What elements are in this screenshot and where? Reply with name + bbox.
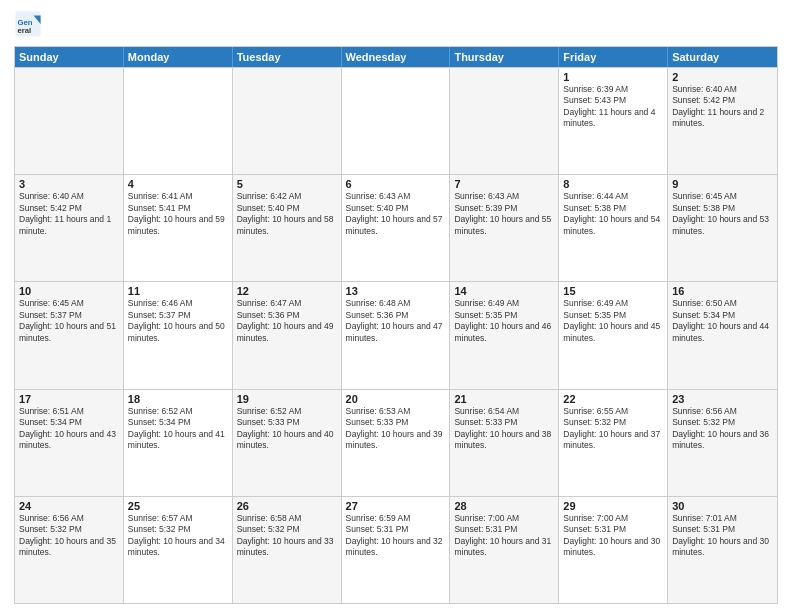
day-number: 29 (563, 500, 663, 512)
calendar-day: 4Sunrise: 6:41 AMSunset: 5:41 PMDaylight… (124, 175, 233, 281)
day-number: 6 (346, 178, 446, 190)
calendar-day: 27Sunrise: 6:59 AMSunset: 5:31 PMDayligh… (342, 497, 451, 603)
day-info: Sunrise: 6:57 AMSunset: 5:32 PMDaylight:… (128, 513, 228, 559)
day-info: Sunrise: 6:49 AMSunset: 5:35 PMDaylight:… (563, 298, 663, 344)
calendar-day: 1Sunrise: 6:39 AMSunset: 5:43 PMDaylight… (559, 68, 668, 174)
day-number: 17 (19, 393, 119, 405)
day-number: 30 (672, 500, 773, 512)
weekday-header: Wednesday (342, 47, 451, 67)
day-info: Sunrise: 6:52 AMSunset: 5:33 PMDaylight:… (237, 406, 337, 452)
day-info: Sunrise: 6:45 AMSunset: 5:37 PMDaylight:… (19, 298, 119, 344)
logo: Gen eral (14, 10, 46, 38)
calendar-empty (342, 68, 451, 174)
weekday-header: Monday (124, 47, 233, 67)
day-info: Sunrise: 6:53 AMSunset: 5:33 PMDaylight:… (346, 406, 446, 452)
calendar-week: 3Sunrise: 6:40 AMSunset: 5:42 PMDaylight… (15, 174, 777, 281)
day-number: 19 (237, 393, 337, 405)
day-info: Sunrise: 6:51 AMSunset: 5:34 PMDaylight:… (19, 406, 119, 452)
day-info: Sunrise: 6:54 AMSunset: 5:33 PMDaylight:… (454, 406, 554, 452)
calendar-empty (124, 68, 233, 174)
calendar-week: 10Sunrise: 6:45 AMSunset: 5:37 PMDayligh… (15, 281, 777, 388)
day-info: Sunrise: 6:42 AMSunset: 5:40 PMDaylight:… (237, 191, 337, 237)
calendar: SundayMondayTuesdayWednesdayThursdayFrid… (14, 46, 778, 604)
day-info: Sunrise: 6:47 AMSunset: 5:36 PMDaylight:… (237, 298, 337, 344)
day-info: Sunrise: 6:58 AMSunset: 5:32 PMDaylight:… (237, 513, 337, 559)
calendar-day: 28Sunrise: 7:00 AMSunset: 5:31 PMDayligh… (450, 497, 559, 603)
calendar-day: 2Sunrise: 6:40 AMSunset: 5:42 PMDaylight… (668, 68, 777, 174)
calendar-day: 23Sunrise: 6:56 AMSunset: 5:32 PMDayligh… (668, 390, 777, 496)
page: Gen eral SundayMondayTuesdayWednesdayThu… (0, 0, 792, 612)
calendar-day: 3Sunrise: 6:40 AMSunset: 5:42 PMDaylight… (15, 175, 124, 281)
day-number: 8 (563, 178, 663, 190)
day-info: Sunrise: 6:43 AMSunset: 5:39 PMDaylight:… (454, 191, 554, 237)
day-info: Sunrise: 7:01 AMSunset: 5:31 PMDaylight:… (672, 513, 773, 559)
day-number: 15 (563, 285, 663, 297)
calendar-day: 20Sunrise: 6:53 AMSunset: 5:33 PMDayligh… (342, 390, 451, 496)
calendar-day: 11Sunrise: 6:46 AMSunset: 5:37 PMDayligh… (124, 282, 233, 388)
calendar-empty (450, 68, 559, 174)
calendar-day: 6Sunrise: 6:43 AMSunset: 5:40 PMDaylight… (342, 175, 451, 281)
day-info: Sunrise: 6:43 AMSunset: 5:40 PMDaylight:… (346, 191, 446, 237)
day-info: Sunrise: 6:41 AMSunset: 5:41 PMDaylight:… (128, 191, 228, 237)
weekday-header: Tuesday (233, 47, 342, 67)
calendar-day: 18Sunrise: 6:52 AMSunset: 5:34 PMDayligh… (124, 390, 233, 496)
day-info: Sunrise: 6:45 AMSunset: 5:38 PMDaylight:… (672, 191, 773, 237)
day-info: Sunrise: 6:48 AMSunset: 5:36 PMDaylight:… (346, 298, 446, 344)
day-number: 10 (19, 285, 119, 297)
weekday-header: Sunday (15, 47, 124, 67)
logo-icon: Gen eral (14, 10, 42, 38)
calendar-day: 17Sunrise: 6:51 AMSunset: 5:34 PMDayligh… (15, 390, 124, 496)
day-number: 5 (237, 178, 337, 190)
calendar-day: 7Sunrise: 6:43 AMSunset: 5:39 PMDaylight… (450, 175, 559, 281)
calendar-day: 14Sunrise: 6:49 AMSunset: 5:35 PMDayligh… (450, 282, 559, 388)
day-number: 14 (454, 285, 554, 297)
calendar-day: 25Sunrise: 6:57 AMSunset: 5:32 PMDayligh… (124, 497, 233, 603)
calendar-empty (233, 68, 342, 174)
day-number: 28 (454, 500, 554, 512)
day-info: Sunrise: 6:40 AMSunset: 5:42 PMDaylight:… (672, 84, 773, 130)
header: Gen eral (14, 10, 778, 38)
day-info: Sunrise: 6:39 AMSunset: 5:43 PMDaylight:… (563, 84, 663, 130)
day-info: Sunrise: 6:56 AMSunset: 5:32 PMDaylight:… (19, 513, 119, 559)
day-number: 27 (346, 500, 446, 512)
calendar-day: 12Sunrise: 6:47 AMSunset: 5:36 PMDayligh… (233, 282, 342, 388)
calendar-day: 5Sunrise: 6:42 AMSunset: 5:40 PMDaylight… (233, 175, 342, 281)
day-info: Sunrise: 6:50 AMSunset: 5:34 PMDaylight:… (672, 298, 773, 344)
day-number: 20 (346, 393, 446, 405)
day-info: Sunrise: 6:56 AMSunset: 5:32 PMDaylight:… (672, 406, 773, 452)
day-number: 24 (19, 500, 119, 512)
calendar-week: 24Sunrise: 6:56 AMSunset: 5:32 PMDayligh… (15, 496, 777, 603)
day-info: Sunrise: 6:46 AMSunset: 5:37 PMDaylight:… (128, 298, 228, 344)
calendar-day: 16Sunrise: 6:50 AMSunset: 5:34 PMDayligh… (668, 282, 777, 388)
calendar-header: SundayMondayTuesdayWednesdayThursdayFrid… (15, 47, 777, 67)
calendar-empty (15, 68, 124, 174)
weekday-header: Thursday (450, 47, 559, 67)
day-info: Sunrise: 6:44 AMSunset: 5:38 PMDaylight:… (563, 191, 663, 237)
day-info: Sunrise: 6:55 AMSunset: 5:32 PMDaylight:… (563, 406, 663, 452)
day-number: 7 (454, 178, 554, 190)
day-info: Sunrise: 6:40 AMSunset: 5:42 PMDaylight:… (19, 191, 119, 237)
day-number: 23 (672, 393, 773, 405)
calendar-day: 8Sunrise: 6:44 AMSunset: 5:38 PMDaylight… (559, 175, 668, 281)
calendar-week: 1Sunrise: 6:39 AMSunset: 5:43 PMDaylight… (15, 67, 777, 174)
calendar-day: 29Sunrise: 7:00 AMSunset: 5:31 PMDayligh… (559, 497, 668, 603)
calendar-day: 22Sunrise: 6:55 AMSunset: 5:32 PMDayligh… (559, 390, 668, 496)
calendar-day: 24Sunrise: 6:56 AMSunset: 5:32 PMDayligh… (15, 497, 124, 603)
day-number: 1 (563, 71, 663, 83)
weekday-header: Friday (559, 47, 668, 67)
calendar-body: 1Sunrise: 6:39 AMSunset: 5:43 PMDaylight… (15, 67, 777, 603)
day-info: Sunrise: 6:52 AMSunset: 5:34 PMDaylight:… (128, 406, 228, 452)
calendar-day: 26Sunrise: 6:58 AMSunset: 5:32 PMDayligh… (233, 497, 342, 603)
calendar-day: 21Sunrise: 6:54 AMSunset: 5:33 PMDayligh… (450, 390, 559, 496)
day-number: 16 (672, 285, 773, 297)
day-number: 21 (454, 393, 554, 405)
weekday-header: Saturday (668, 47, 777, 67)
day-info: Sunrise: 7:00 AMSunset: 5:31 PMDaylight:… (563, 513, 663, 559)
calendar-day: 30Sunrise: 7:01 AMSunset: 5:31 PMDayligh… (668, 497, 777, 603)
day-number: 18 (128, 393, 228, 405)
day-number: 11 (128, 285, 228, 297)
calendar-day: 15Sunrise: 6:49 AMSunset: 5:35 PMDayligh… (559, 282, 668, 388)
day-number: 22 (563, 393, 663, 405)
calendar-day: 9Sunrise: 6:45 AMSunset: 5:38 PMDaylight… (668, 175, 777, 281)
day-number: 2 (672, 71, 773, 83)
